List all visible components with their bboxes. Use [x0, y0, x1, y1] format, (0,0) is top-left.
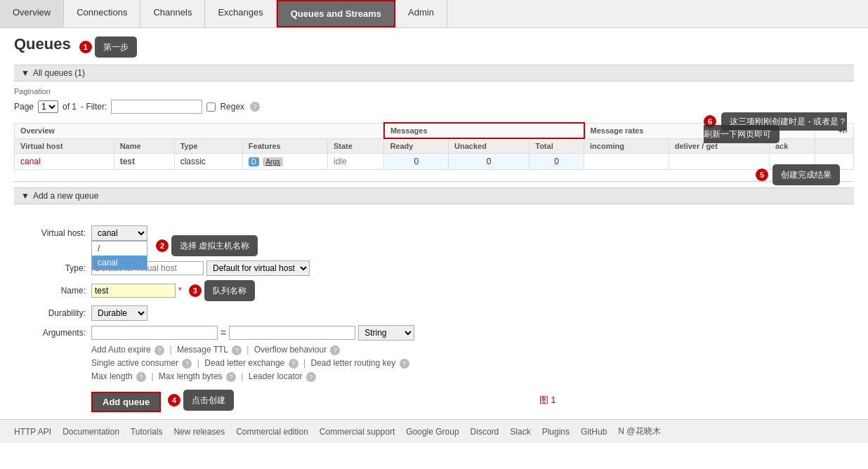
- ll-help[interactable]: ?: [306, 372, 316, 382]
- top-navigation: Overview Connections Channels Exchanges …: [0, 0, 868, 28]
- row-virtual-host: canal: [15, 154, 114, 170]
- add-queue-section: ▼ Add a new queue Virtual host: canal / …: [14, 181, 854, 412]
- tab-queues-streams[interactable]: Queues and Streams: [277, 0, 395, 27]
- tab-channels[interactable]: Channels: [140, 0, 205, 27]
- dlrk-help[interactable]: ?: [400, 359, 409, 369]
- quick-args-links-2: Single active consumer ? | Dead letter e…: [91, 358, 854, 369]
- filter-label: - Filter:: [81, 102, 107, 112]
- row-state: idle: [327, 154, 383, 170]
- footer-github[interactable]: GitHub: [581, 427, 607, 437]
- col-features[interactable]: Features: [242, 138, 327, 154]
- overview-group-header: Overview: [15, 123, 384, 138]
- col-state[interactable]: State: [327, 138, 383, 154]
- step1-circle: 1: [79, 41, 92, 53]
- step5-circle: 5: [756, 169, 768, 181]
- all-queues-section[interactable]: ▼ All queues (1): [14, 65, 854, 81]
- durability-select[interactable]: Durable Transient: [91, 305, 147, 321]
- fig-label: 图 1: [241, 394, 854, 407]
- col-total[interactable]: Total: [530, 138, 584, 154]
- regex-help-icon[interactable]: ?: [250, 102, 260, 112]
- col-incoming[interactable]: incoming: [584, 138, 669, 154]
- step2-label: 选择 虚拟主机名称: [171, 235, 258, 256]
- name-required: *: [178, 286, 182, 296]
- message-ttl-help[interactable]: ?: [232, 345, 242, 355]
- message-ttl-link[interactable]: Message TTL: [177, 345, 228, 355]
- auto-expire-link[interactable]: Auto expire: [108, 345, 151, 355]
- arguments-row: Arguments: = String Number Boolean List: [14, 325, 854, 341]
- row-name-link[interactable]: test: [120, 157, 135, 166]
- section-arrow: ▼: [21, 68, 29, 78]
- footer-discord[interactable]: Discord: [471, 427, 499, 437]
- vh-option-canal[interactable]: canal: [92, 256, 147, 270]
- row-incoming: [584, 154, 669, 170]
- mlb-help[interactable]: ?: [226, 372, 236, 382]
- sac-help[interactable]: ?: [182, 359, 192, 369]
- virtual-host-select[interactable]: canal /: [91, 225, 147, 241]
- tab-exchanges[interactable]: Exchanges: [205, 0, 276, 27]
- main-content: Queues 1 第一步 ▼ All queues (1) Pagination…: [0, 28, 868, 419]
- leader-locator-link[interactable]: Leader locator: [249, 371, 303, 381]
- col-name[interactable]: Name: [114, 138, 174, 154]
- auto-expire-help[interactable]: ?: [154, 345, 164, 355]
- dead-letter-exchange-link[interactable]: Dead letter exchange: [204, 358, 284, 368]
- overflow-help[interactable]: ?: [330, 345, 340, 355]
- tab-admin[interactable]: Admin: [395, 0, 447, 27]
- pagination-row: Page 1 of 1 - Filter: Regex ?: [14, 100, 854, 114]
- name-label: Name:: [14, 286, 91, 296]
- regex-checkbox[interactable]: [206, 103, 216, 112]
- col-type[interactable]: Type: [174, 138, 242, 154]
- feature-args-tag[interactable]: Args: [263, 157, 283, 166]
- arguments-value-input[interactable]: [229, 326, 355, 340]
- row-name[interactable]: test: [114, 154, 174, 170]
- virtual-host-menu[interactable]: / canal: [91, 241, 147, 270]
- footer-tutorials[interactable]: Tutorials: [131, 427, 163, 437]
- step2-circle: 2: [156, 239, 169, 252]
- virtual-host-label: Virtual host:: [14, 228, 91, 238]
- overflow-behaviour-link[interactable]: Overflow behaviour: [254, 345, 327, 355]
- add-queue-label: Add a new queue: [33, 191, 98, 201]
- col-ready[interactable]: Ready: [384, 138, 449, 154]
- footer-commercial-support[interactable]: Commercial support: [320, 427, 395, 437]
- ml-help[interactable]: ?: [136, 372, 146, 382]
- step4-circle: 4: [168, 394, 180, 407]
- max-length-link[interactable]: Max length: [91, 371, 133, 381]
- dle-help[interactable]: ?: [289, 359, 298, 369]
- single-active-consumer-link[interactable]: Single active consumer: [91, 358, 178, 368]
- table-row: canal test classic D Args idle 0 0 0: [15, 154, 854, 170]
- footer-slack[interactable]: Slack: [510, 427, 530, 437]
- step5-annotation: 5 创建完成结果: [756, 164, 840, 185]
- tab-overview[interactable]: Overview: [0, 0, 64, 27]
- page-label: Page: [14, 102, 34, 112]
- durability-label: Durability:: [14, 308, 91, 318]
- tab-connections[interactable]: Connections: [64, 0, 140, 27]
- name-input[interactable]: [91, 284, 176, 298]
- step3-label: 队列名称: [204, 280, 255, 301]
- of-label: of 1: [63, 102, 77, 112]
- footer-documentation[interactable]: Documentation: [63, 427, 119, 437]
- equals-sign: =: [221, 327, 226, 338]
- max-length-bytes-link[interactable]: Max length bytes: [159, 371, 223, 381]
- quick-args-links: Add Auto expire ? | Message TTL ? | Over…: [91, 345, 854, 355]
- footer-google-group[interactable]: Google Group: [406, 427, 459, 437]
- row-deliver-got: [669, 154, 769, 170]
- footer-http-api[interactable]: HTTP API: [14, 427, 51, 437]
- filter-input[interactable]: [111, 100, 202, 114]
- page-select[interactable]: 1: [38, 100, 58, 113]
- footer-commercial-edition[interactable]: Commercial edition: [236, 427, 308, 437]
- dead-letter-routing-key-link[interactable]: Dead letter routing key: [310, 358, 395, 368]
- add-queue-header[interactable]: ▼ Add a new queue: [14, 187, 854, 204]
- arguments-type-select[interactable]: String Number Boolean List: [358, 325, 414, 341]
- col-virtual-host[interactable]: Virtual host: [15, 138, 114, 154]
- step3-circle: 3: [189, 284, 202, 297]
- arguments-key-input[interactable]: [91, 326, 218, 340]
- footer-plugins[interactable]: Plugins: [542, 427, 570, 437]
- col-unacked[interactable]: Unacked: [449, 138, 530, 154]
- pagination-label: Pagination: [14, 87, 854, 95]
- section-label: All queues (1): [33, 68, 85, 78]
- virtual-host-dropdown[interactable]: canal / / canal: [91, 225, 147, 241]
- add-queue-button[interactable]: Add queue: [91, 392, 161, 412]
- type-select[interactable]: Default for virtual host Classic Quorum: [206, 260, 310, 276]
- vh-option-slash[interactable]: /: [92, 242, 147, 256]
- messages-group-header: Messages: [384, 123, 584, 138]
- footer-new-releases[interactable]: New releases: [173, 427, 225, 437]
